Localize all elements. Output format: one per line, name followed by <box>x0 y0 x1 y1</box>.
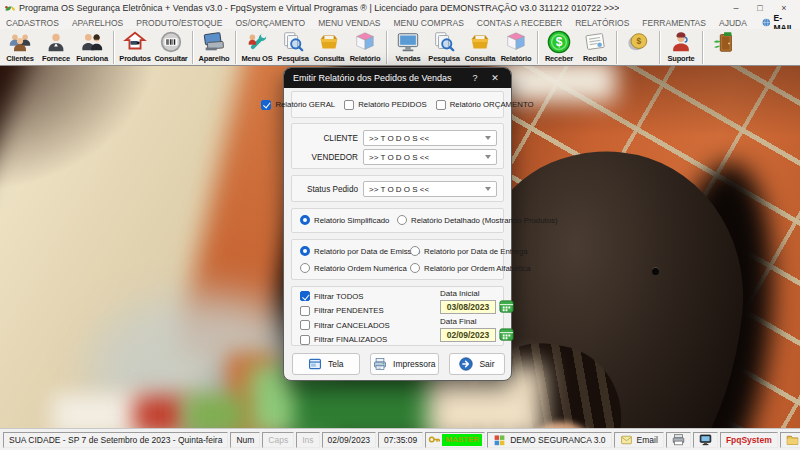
tray-icon <box>468 30 492 54</box>
toolbar-item-suporte[interactable]: Suporte <box>663 30 699 65</box>
checkbox-box <box>261 100 271 110</box>
menu-cadastros[interactable]: CADASTROS <box>6 18 59 28</box>
data-final-field[interactable]: 02/09/2023 <box>440 328 496 342</box>
toolbar-item-receber[interactable]: $ Receber <box>541 30 577 65</box>
printer-icon <box>672 433 685 446</box>
vendedor-label: VENDEDOR <box>298 153 358 162</box>
sales-icon <box>396 30 420 54</box>
toolbar-label: Consultar <box>154 54 187 63</box>
impressora-button-label: Impressora <box>393 359 436 369</box>
filter-panel: Filtrar TODOS Filtrar PENDENTES Filtrar … <box>291 286 504 346</box>
radio-data-entrega[interactable]: Relatório por Data de Entrega <box>410 246 528 256</box>
toolbar-item-moeda[interactable]: $ <box>620 30 656 65</box>
toolbar-item-relatorio-vendas[interactable]: Relatório <box>498 30 534 65</box>
checkbox-relatorio-orcamento[interactable]: Relatório ORÇAMENTO <box>436 100 534 110</box>
radio-ordem-numerica[interactable]: Relatório Ordem Numérica <box>300 263 407 273</box>
status-email-button[interactable]: Email <box>614 432 664 448</box>
service-order-icon <box>245 30 269 54</box>
menu-contas-a-receber[interactable]: CONTAS A RECEBER <box>477 18 562 28</box>
status-monitor-button[interactable] <box>693 432 718 448</box>
search-icon <box>432 30 456 54</box>
tela-button-label: Tela <box>328 359 344 369</box>
menu-ferramentas[interactable]: FERRAMENTAS <box>642 18 706 28</box>
radio-relatorio-detalhado[interactable]: Relatório Detalhado (Mostrando Produtos) <box>397 215 558 225</box>
toolbar-item-sair[interactable] <box>706 30 742 65</box>
status-printer-button[interactable] <box>666 432 691 448</box>
checkbox-filtrar-pendentes[interactable]: Filtrar PENDENTES <box>300 306 390 316</box>
data-final-calendar-button[interactable] <box>499 327 514 342</box>
monitor-icon <box>699 433 712 446</box>
checkbox-relatorio-geral[interactable]: Relatório GERAL <box>261 100 335 110</box>
checkbox-box <box>300 306 310 316</box>
chevron-down-icon <box>485 187 491 191</box>
toolbar-separator <box>659 31 660 64</box>
radio-circle <box>300 215 310 225</box>
radio-label: Relatório por Data de Entrega <box>424 247 528 256</box>
toolbar-item-vendas[interactable]: Vendas <box>390 30 426 65</box>
data-inicial-field[interactable]: 03/08/2023 <box>440 300 496 314</box>
menu-produto-estoque[interactable]: PRODUTO/ESTOQUE <box>136 18 222 28</box>
toolbar-separator <box>386 31 387 64</box>
toolbar-item-consulta-os[interactable]: Consulta <box>311 30 347 65</box>
toolbar-item-pesquisa-vendas[interactable]: Pesquisa <box>426 30 462 65</box>
tela-button[interactable]: Tela <box>292 353 360 375</box>
toolbar-separator <box>616 31 617 64</box>
vendedor-select[interactable]: >> T O D O S << <box>363 149 497 165</box>
main-toolbar: Clientes Fornece Funciona Produtos Consu… <box>0 29 800 66</box>
toolbar-item-consultar[interactable]: Consultar <box>153 30 189 65</box>
cliente-select[interactable]: >> T O D O S << <box>363 130 497 146</box>
menu-aparelhos[interactable]: APARELHOS <box>72 18 123 28</box>
status-folder-button[interactable] <box>780 432 800 448</box>
folder-icon <box>786 433 799 446</box>
toolbar-label: Relatório <box>501 54 532 63</box>
toolbar-label: Vendas <box>395 54 420 63</box>
cliente-value: >> T O D O S << <box>369 134 429 143</box>
toolbar-separator <box>192 31 193 64</box>
minimize-button[interactable]: – <box>724 1 748 16</box>
sair-button[interactable]: Sair <box>449 353 505 375</box>
toolbar-item-aparelho[interactable]: Aparelho <box>196 30 232 65</box>
radio-circle <box>300 263 310 273</box>
toolbar-item-menu-os[interactable]: Menu OS <box>239 30 275 65</box>
svg-text:$: $ <box>637 36 642 46</box>
menu-os-orcamento[interactable]: OS/ORÇAMENTO <box>235 18 305 28</box>
checkbox-box <box>436 100 446 110</box>
impressora-button[interactable]: Impressora <box>370 353 439 375</box>
dialog-close-button[interactable]: ✕ <box>488 73 502 83</box>
coin-icon: $ <box>626 30 650 54</box>
checkbox-filtrar-finalizados[interactable]: Filtrar FINALIZADOS <box>300 335 390 345</box>
detail-options-panel: Relatório Simplificado Relatório Detalha… <box>291 208 504 233</box>
checkbox-relatorio-pedidos[interactable]: Relatório PEDIDOS <box>344 100 426 110</box>
checkbox-filtrar-todos[interactable]: Filtrar TODOS <box>300 291 390 301</box>
chevron-down-icon <box>485 136 491 140</box>
receipt-icon <box>583 30 607 54</box>
blurred-green-patch <box>184 394 246 428</box>
status-pedido-select[interactable]: >> T O D O S << <box>363 181 497 197</box>
toolbar-item-pesquisa-os[interactable]: Pesquisa <box>275 30 311 65</box>
sky-highlight <box>496 66 616 102</box>
menu-relatorios[interactable]: RELATÓRIOS <box>575 18 629 28</box>
toolbar-item-clientes[interactable]: Clientes <box>2 30 38 65</box>
menu-compras[interactable]: MENU COMPRAS <box>393 18 463 28</box>
toolbar-item-relatorio-os[interactable]: Relatório <box>347 30 383 65</box>
radio-relatorio-simplificado[interactable]: Relatório Simplificado <box>300 215 389 225</box>
radio-data-emissao[interactable]: Relatório por Data de Emissão <box>300 246 420 256</box>
toolbar-item-funcionarios[interactable]: Funciona <box>74 30 110 65</box>
products-icon <box>123 30 147 54</box>
toolbar-item-consulta-vendas[interactable]: Consulta <box>462 30 498 65</box>
status-bar: SUA CIDADE - SP 7 de Setembro de 2023 - … <box>0 428 800 450</box>
menu-ajuda[interactable]: AJUDA <box>719 18 747 28</box>
envelope-icon <box>620 434 633 446</box>
toolbar-item-produtos[interactable]: Produtos <box>117 30 153 65</box>
dialog-titlebar: Emitir Relatório dos Pedidos de Vendas ?… <box>284 68 511 88</box>
menu-vendas[interactable]: MENU VENDAS <box>318 18 380 28</box>
dialog-help-button[interactable]: ? <box>468 73 482 83</box>
toolbar-item-fornecedores[interactable]: Fornece <box>38 30 74 65</box>
radio-ordem-alfabetica[interactable]: Relatório por Ordem Alfabética <box>410 263 531 273</box>
toolbar-label: Menu OS <box>241 54 272 63</box>
data-inicial-calendar-button[interactable] <box>499 299 514 314</box>
checkbox-filtrar-cancelados[interactable]: Filtrar CANCELADOS <box>300 320 390 330</box>
status-num-lock: Num <box>230 432 260 448</box>
toolbar-item-recibo[interactable]: Recibo <box>577 30 613 65</box>
support-icon <box>669 30 693 54</box>
